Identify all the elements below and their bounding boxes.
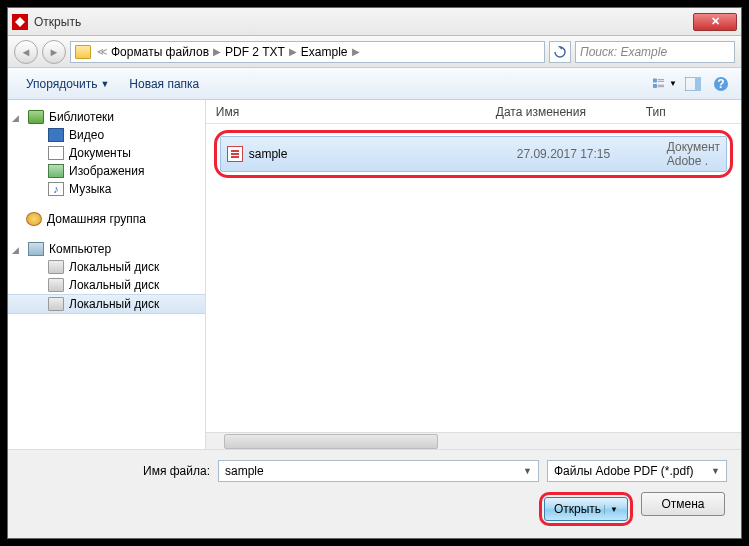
file-date: 27.09.2017 17:15: [517, 147, 667, 161]
preview-pane-button[interactable]: [681, 73, 705, 95]
chevron-down-icon: ▼: [100, 79, 109, 89]
filetype-select[interactable]: Файлы Adobe PDF (*.pdf) ▼: [547, 460, 727, 482]
view-options-button[interactable]: ▼: [653, 73, 677, 95]
breadcrumb-part[interactable]: Example: [301, 45, 348, 59]
column-headers: Имя Дата изменения Тип: [206, 100, 741, 124]
breadcrumb[interactable]: ≪ Форматы файлов ▶ PDF 2 TXT ▶ Example ▶: [70, 41, 545, 63]
tree-disk-selected[interactable]: Локальный диск: [8, 294, 205, 314]
tree-documents[interactable]: Документы: [8, 144, 205, 162]
tree-disk[interactable]: Локальный диск: [8, 258, 205, 276]
navigation-tree: ◢Библиотеки Видео Документы Изображения …: [8, 100, 206, 449]
chevron-down-icon[interactable]: ▼: [523, 466, 532, 476]
svg-rect-5: [658, 86, 664, 87]
close-button[interactable]: ✕: [693, 13, 737, 31]
navigation-bar: ◄ ► ≪ Форматы файлов ▶ PDF 2 TXT ▶ Examp…: [8, 36, 741, 68]
column-name[interactable]: Имя: [216, 105, 496, 119]
search-input[interactable]: Поиск: Example: [575, 41, 735, 63]
music-icon: ♪: [48, 182, 64, 196]
highlight-annotation: sample 27.09.2017 17:15 Документ Adobe .: [214, 130, 733, 178]
images-icon: [48, 164, 64, 178]
app-icon: [12, 14, 28, 30]
toolbar: Упорядочить▼ Новая папка ▼ ?: [8, 68, 741, 100]
tree-disk[interactable]: Локальный диск: [8, 276, 205, 294]
file-name: sample: [249, 147, 517, 161]
breadcrumb-part[interactable]: PDF 2 TXT: [225, 45, 285, 59]
svg-text:?: ?: [717, 77, 724, 91]
filename-label: Имя файла:: [22, 464, 210, 478]
drive-icon: [48, 297, 64, 311]
column-type[interactable]: Тип: [646, 105, 731, 119]
homegroup-icon: [26, 212, 42, 226]
file-row-selected[interactable]: sample 27.09.2017 17:15 Документ Adobe .: [220, 136, 727, 172]
cancel-button[interactable]: Отмена: [641, 492, 725, 516]
breadcrumb-chevron-icon: ▶: [352, 46, 360, 57]
tree-video[interactable]: Видео: [8, 126, 205, 144]
breadcrumb-chevron-icon: ▶: [289, 46, 297, 57]
drive-icon: [48, 260, 64, 274]
tree-homegroup[interactable]: Домашняя группа: [8, 210, 205, 228]
chevron-down-icon: ▼: [669, 79, 677, 88]
organize-button[interactable]: Упорядочить▼: [16, 73, 119, 95]
svg-rect-1: [658, 79, 664, 80]
chevron-down-icon[interactable]: ▼: [711, 466, 720, 476]
refresh-button[interactable]: [549, 41, 571, 63]
collapse-icon[interactable]: ◢: [12, 245, 21, 254]
scrollbar-thumb[interactable]: [224, 434, 438, 449]
svg-rect-4: [658, 84, 664, 85]
file-list-pane: Имя Дата изменения Тип sample 27.09.2017…: [206, 100, 741, 449]
highlight-annotation: Открыть▼: [539, 492, 633, 526]
back-button[interactable]: ◄: [14, 40, 38, 64]
video-icon: [48, 128, 64, 142]
help-button[interactable]: ?: [709, 73, 733, 95]
window-title: Открыть: [34, 15, 693, 29]
breadcrumb-part[interactable]: Форматы файлов: [111, 45, 209, 59]
horizontal-scrollbar[interactable]: [206, 432, 741, 449]
tree-music[interactable]: ♪Музыка: [8, 180, 205, 198]
computer-icon: [28, 242, 44, 256]
svg-rect-2: [658, 80, 664, 81]
collapse-icon[interactable]: ◢: [12, 113, 21, 122]
pdf-file-icon: [227, 146, 243, 162]
svg-rect-3: [653, 84, 657, 88]
drive-icon: [48, 278, 64, 292]
libraries-icon: [28, 110, 44, 124]
open-dialog: Открыть ✕ ◄ ► ≪ Форматы файлов ▶ PDF 2 T…: [7, 7, 742, 539]
svg-rect-7: [695, 77, 701, 91]
tree-images[interactable]: Изображения: [8, 162, 205, 180]
titlebar: Открыть ✕: [8, 8, 741, 36]
tree-libraries[interactable]: ◢Библиотеки: [8, 108, 205, 126]
file-type: Документ Adobe .: [667, 140, 720, 168]
column-date[interactable]: Дата изменения: [496, 105, 646, 119]
content-area: ◢Библиотеки Видео Документы Изображения …: [8, 100, 741, 449]
tree-computer[interactable]: ◢Компьютер: [8, 240, 205, 258]
documents-icon: [48, 146, 64, 160]
bottom-panel: Имя файла: sample ▼ Файлы Adobe PDF (*.p…: [8, 449, 741, 538]
new-folder-button[interactable]: Новая папка: [119, 73, 209, 95]
chevron-down-icon[interactable]: ▼: [604, 505, 618, 514]
breadcrumb-chevron-icon: ▶: [213, 46, 221, 57]
breadcrumb-chevron-icon: ≪: [97, 46, 107, 57]
filename-input[interactable]: sample ▼: [218, 460, 539, 482]
folder-icon: [75, 45, 91, 59]
open-button[interactable]: Открыть▼: [544, 497, 628, 521]
svg-rect-0: [653, 78, 657, 82]
forward-button[interactable]: ►: [42, 40, 66, 64]
